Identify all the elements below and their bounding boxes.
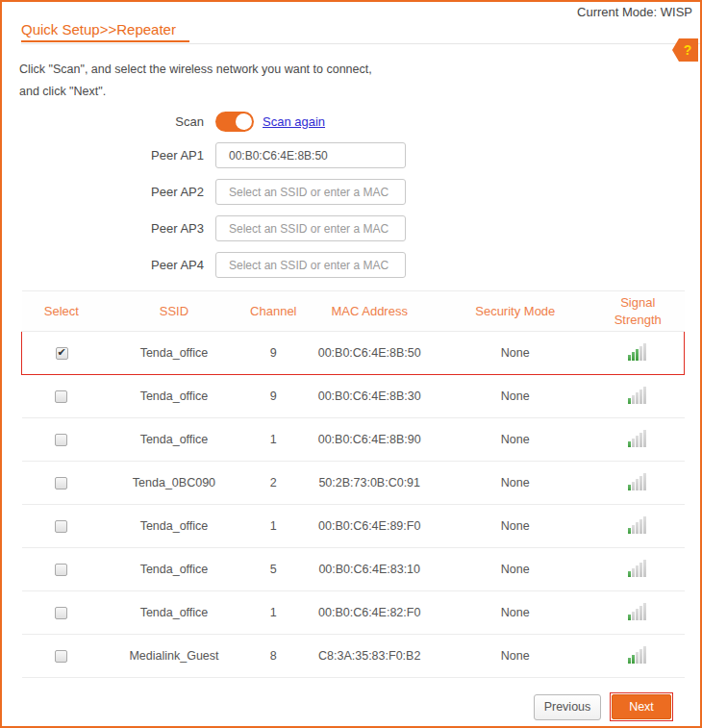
next-button-highlight: Next — [610, 692, 673, 721]
row-mac-address: 50:2B:73:0B:C0:91 — [300, 462, 439, 505]
row-select-checkbox[interactable] — [55, 650, 67, 663]
row-security-mode: None — [439, 591, 591, 635]
signal-strength-icon — [628, 430, 647, 447]
instructions-line-2: and click "Next". — [19, 81, 700, 103]
row-mac-address: 00:B0:C6:4E:8B:90 — [300, 418, 439, 462]
network-table-row[interactable]: Tenda_office 9 00:B0:C6:4E:8B:50 None — [22, 332, 685, 375]
signal-strength-icon — [628, 603, 647, 620]
row-security-mode: None — [439, 635, 591, 678]
column-header-signal: Signal Strength — [591, 291, 684, 332]
network-scan-table: Select SSID Channel MAC Address Security… — [21, 290, 685, 678]
row-ssid: Tenda_office — [101, 505, 247, 548]
row-channel: 8 — [247, 635, 300, 678]
network-table-row[interactable]: Tenda_office 1 00:B0:C6:4E:8B:90 None — [22, 418, 685, 462]
row-select-checkbox[interactable] — [55, 434, 67, 446]
row-security-mode: None — [439, 332, 591, 375]
signal-strength-icon — [628, 560, 647, 577]
peer-ap4-row: Peer AP4 — [2, 252, 700, 278]
row-channel: 9 — [247, 332, 300, 375]
row-select-checkbox[interactable] — [55, 390, 67, 403]
column-header-ssid: SSID — [101, 291, 247, 332]
row-ssid: Tenda_0BC090 — [101, 462, 247, 505]
current-mode-label: Current Mode: WISP — [2, 2, 700, 21]
peer-ap2-label: Peer AP2 — [2, 185, 215, 199]
peer-ap3-label: Peer AP3 — [2, 221, 215, 236]
page-header: Quick Setup>>Repeater — [21, 21, 700, 44]
row-select-checkbox[interactable] — [55, 564, 67, 576]
network-table-row[interactable]: Tenda_office 5 00:B0:C6:4E:83:10 None — [22, 548, 685, 591]
row-channel: 1 — [247, 505, 300, 548]
peer-ap2-input[interactable] — [215, 179, 406, 205]
peer-ap3-input[interactable] — [215, 215, 406, 241]
row-security-mode: None — [439, 548, 591, 591]
network-table-row[interactable]: Tenda_office 9 00:B0:C6:4E:8B:30 None — [22, 375, 685, 418]
row-security-mode: None — [439, 462, 591, 505]
row-mac-address: 00:B0:C6:4E:83:10 — [300, 548, 439, 591]
previous-button[interactable]: Previous — [534, 694, 601, 720]
scan-row: Scan Scan again — [2, 112, 700, 132]
repeater-form: Scan Scan again Peer AP1 Peer AP2 Peer A… — [2, 112, 700, 278]
column-header-select: Select — [22, 291, 102, 332]
breadcrumb[interactable]: Quick Setup>>Repeater — [21, 21, 189, 42]
column-header-mac: MAC Address — [300, 291, 439, 332]
row-channel: 5 — [247, 548, 300, 591]
peer-ap2-row: Peer AP2 — [2, 179, 700, 205]
peer-ap1-input[interactable] — [215, 142, 406, 168]
row-security-mode: None — [439, 375, 591, 418]
row-ssid: Tenda_office — [101, 332, 247, 375]
signal-strength-icon — [628, 516, 647, 534]
peer-ap3-row: Peer AP3 — [2, 215, 700, 241]
row-ssid: Tenda_office — [101, 548, 247, 591]
peer-ap1-label: Peer AP1 — [2, 148, 215, 163]
row-select-checkbox[interactable] — [56, 347, 68, 360]
row-select-checkbox[interactable] — [55, 607, 67, 619]
network-table-row[interactable]: Tenda_office 1 00:B0:C6:4E:82:F0 None — [22, 591, 685, 635]
row-mac-address: 00:B0:C6:4E:8B:30 — [300, 375, 439, 418]
footer-actions: Previous Next — [2, 678, 700, 721]
signal-strength-icon — [628, 387, 647, 404]
network-table-body: Tenda_office 9 00:B0:C6:4E:8B:50 None Te… — [22, 332, 685, 678]
peer-ap1-row: Peer AP1 — [2, 142, 700, 168]
row-ssid: Tenda_office — [101, 591, 247, 635]
row-ssid: Tenda_office — [101, 375, 247, 418]
column-header-channel: Channel — [247, 291, 300, 332]
scan-again-link[interactable]: Scan again — [263, 114, 325, 129]
toggle-knob-icon — [236, 113, 252, 130]
wisp-quick-setup-page: { "page": { "current_mode": "Current Mod… — [0, 0, 702, 728]
row-mac-address: C8:3A:35:83:F0:B2 — [300, 635, 439, 678]
scan-toggle[interactable] — [215, 112, 254, 132]
network-table-row[interactable]: Medialink_Guest 8 C8:3A:35:83:F0:B2 None — [22, 635, 685, 678]
row-channel: 9 — [247, 375, 300, 418]
row-security-mode: None — [439, 418, 591, 462]
row-select-checkbox[interactable] — [55, 520, 67, 533]
next-button[interactable]: Next — [612, 694, 671, 719]
row-mac-address: 00:B0:C6:4E:8B:50 — [300, 332, 439, 375]
column-header-security: Security Mode — [439, 291, 591, 332]
row-ssid: Medialink_Guest — [101, 635, 247, 678]
row-ssid: Tenda_office — [101, 418, 247, 462]
network-table-row[interactable]: Tenda_0BC090 2 50:2B:73:0B:C0:91 None — [22, 462, 685, 505]
row-mac-address: 00:B0:C6:4E:89:F0 — [300, 505, 439, 548]
row-channel: 1 — [247, 418, 300, 462]
network-table-row[interactable]: Tenda_office 1 00:B0:C6:4E:89:F0 None — [22, 505, 685, 548]
instructions: Click "Scan", and select the wireless ne… — [19, 59, 700, 103]
row-channel: 2 — [247, 462, 300, 505]
row-mac-address: 00:B0:C6:4E:82:F0 — [300, 591, 439, 635]
scan-label: Scan — [2, 114, 215, 129]
signal-strength-icon — [628, 343, 647, 361]
row-select-checkbox[interactable] — [55, 477, 67, 490]
peer-ap4-input[interactable] — [215, 252, 406, 278]
signal-strength-icon — [628, 473, 647, 490]
network-table-header: Select SSID Channel MAC Address Security… — [22, 291, 685, 332]
row-channel: 1 — [247, 591, 300, 635]
row-security-mode: None — [439, 505, 591, 548]
peer-ap4-label: Peer AP4 — [2, 258, 215, 272]
signal-strength-icon — [628, 646, 647, 664]
instructions-line-1: Click "Scan", and select the wireless ne… — [19, 59, 700, 81]
